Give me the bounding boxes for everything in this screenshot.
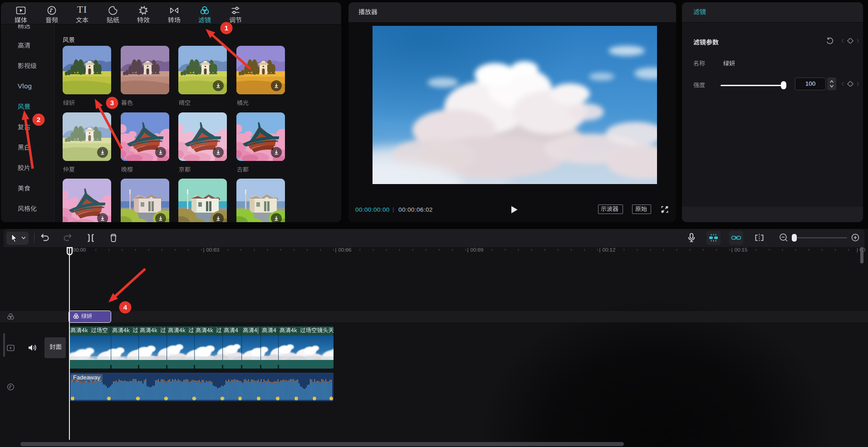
svg-text:4: 4 [123,303,128,311]
svg-text:3: 3 [110,99,114,107]
svg-text:1: 1 [225,24,228,32]
svg-text:2: 2 [37,116,40,123]
